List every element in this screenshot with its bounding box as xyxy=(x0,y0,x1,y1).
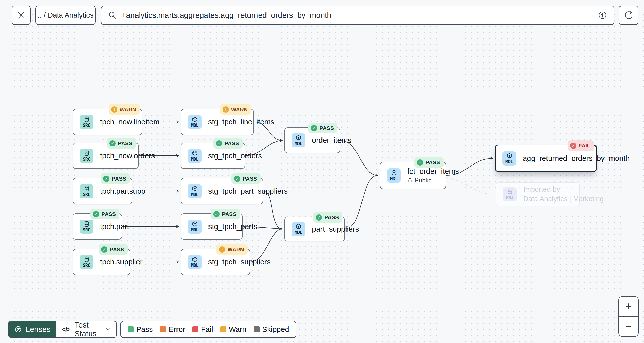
status-badge: ✓ PASS xyxy=(414,157,444,168)
search-input[interactable] xyxy=(122,6,593,24)
status-badge: ✓ PASS xyxy=(313,212,342,223)
node-label: tpch.supplier xyxy=(100,258,142,266)
node-tpch-partsupp[interactable]: ✓ PASS SRC tpch.partsupp xyxy=(73,178,132,204)
refresh-button[interactable] xyxy=(619,6,638,25)
model-tile: MDL xyxy=(502,151,516,166)
node-stg-tpch-part-suppliers[interactable]: ✓ PASS MDL stg_tpch_part_suppliers xyxy=(181,178,263,204)
node-label: stg_tpch_parts xyxy=(208,222,257,231)
breadcrumb-label: .. / Data Analytics xyxy=(38,11,93,19)
status-badge: ✓ PASS xyxy=(308,123,337,133)
model-tile: MDL xyxy=(188,255,202,269)
node-label: stg_tpch_suppliers xyxy=(208,258,271,266)
error-swatch xyxy=(160,326,166,332)
model-tile: MDL xyxy=(188,220,202,234)
database-icon xyxy=(84,221,90,227)
node-label: order_items xyxy=(312,136,351,145)
check-icon: ✓ xyxy=(417,159,423,166)
cube-icon xyxy=(192,185,198,192)
lens-current[interactable]: </> Test Status xyxy=(56,321,116,337)
status-badge: ✓ PASS xyxy=(231,173,261,184)
node-imported-by-project[interactable]: PRJ Imported by Data Analytics | Marketi… xyxy=(496,182,580,206)
cube-icon xyxy=(295,135,302,141)
unlock-icon xyxy=(407,178,413,183)
node-label: agg_returned_orders_by_month xyxy=(523,154,630,163)
node-stg-tpch-orders[interactable]: ✓ PASS MDL stg_tpch_orders xyxy=(181,143,245,169)
close-icon xyxy=(17,11,25,19)
model-tile: MDL xyxy=(292,133,305,147)
cube-icon xyxy=(192,150,198,156)
zoom-in-button[interactable]: + xyxy=(619,297,638,316)
status-badge: ✓ PASS xyxy=(211,209,240,219)
model-tile: MDL xyxy=(188,149,202,163)
source-tile: SRC xyxy=(80,220,93,234)
status-badge: ✓ PASS xyxy=(90,209,119,219)
node-label: tpch_now.orders xyxy=(100,152,155,160)
database-icon xyxy=(84,185,90,192)
node-label: stg_tpch_part_suppliers xyxy=(208,187,288,196)
node-tpch-now-orders[interactable]: ✓ PASS SRC tpch_now.orders xyxy=(73,143,139,169)
legend-item-skipped: Skipped xyxy=(254,325,289,334)
archive-box-icon xyxy=(507,189,513,195)
node-stg-tpch-parts[interactable]: ✓ PASS MDL stg_tpch_parts xyxy=(181,213,243,240)
check-icon: ✓ xyxy=(101,246,107,253)
status-badge: ✓ PASS xyxy=(213,138,243,149)
node-tpch-part[interactable]: ✓ PASS SRC tpch.part xyxy=(73,213,122,240)
node-label: fct_order_items xyxy=(407,167,459,176)
warn-icon: ! xyxy=(219,246,225,253)
zoom-out-button[interactable]: − xyxy=(619,317,638,336)
node-label: stg_tpch_line_items xyxy=(208,118,274,126)
search-icon xyxy=(108,11,117,20)
source-tile: SRC xyxy=(80,149,93,163)
cube-icon xyxy=(391,170,397,176)
info-icon[interactable] xyxy=(598,11,607,20)
check-icon: ✓ xyxy=(311,125,317,131)
edge xyxy=(345,175,378,229)
legend-item-pass: Pass xyxy=(128,325,153,334)
aperture-icon xyxy=(14,325,22,334)
node-stg-tpch-line-items[interactable]: ! WARN MDL stg_tpch_line_items xyxy=(181,109,254,135)
project-name: Data Analytics | Marketing xyxy=(523,195,604,203)
fail-icon: ✕ xyxy=(570,143,576,149)
skipped-swatch xyxy=(254,326,260,332)
status-badge: ✓ PASS xyxy=(107,138,136,149)
chevron-down-icon xyxy=(106,328,110,331)
model-tile: MDL xyxy=(188,115,202,129)
legend-item-fail: Fail xyxy=(192,325,213,334)
node-part-suppliers[interactable]: ✓ PASS MDL part_suppliers xyxy=(284,217,345,241)
cube-icon xyxy=(192,221,198,227)
source-tile: SRC xyxy=(80,255,93,269)
node-label: tpch_now.lineitem xyxy=(100,118,160,126)
model-tile: MDL xyxy=(188,184,202,198)
check-icon: ✓ xyxy=(234,176,240,182)
node-stg-tpch-suppliers[interactable]: ! WARN MDL stg_tpch_suppliers xyxy=(181,249,250,275)
check-icon: ✓ xyxy=(316,214,322,221)
close-button[interactable] xyxy=(12,6,31,25)
source-tile: SRC xyxy=(80,184,93,198)
cube-icon xyxy=(506,153,512,159)
fail-swatch xyxy=(192,326,198,332)
node-tpch-now-lineitem[interactable]: ! WARN SRC tpch_now.lineitem xyxy=(73,109,142,135)
test-status-legend: Pass Error Fail Warn Skipped xyxy=(120,321,296,338)
search-bar[interactable] xyxy=(101,6,614,25)
zoom-controls: + − xyxy=(618,296,639,337)
source-tile: SRC xyxy=(80,115,93,129)
model-tile: MDL xyxy=(292,222,305,236)
database-icon xyxy=(84,116,90,122)
node-label: tpch.partsupp xyxy=(100,187,146,196)
check-icon: ✓ xyxy=(213,211,220,217)
lens-selector[interactable]: Lenses </> Test Status xyxy=(8,321,117,338)
lenses-button[interactable]: Lenses xyxy=(9,321,56,337)
node-order-items[interactable]: ✓ PASS MDL order_items xyxy=(284,127,340,153)
cube-icon xyxy=(192,116,198,122)
breadcrumb[interactable]: .. / Data Analytics xyxy=(35,6,96,25)
node-agg-returned-orders-by-month[interactable]: ✕ FAIL MDL agg_returned_orders_by_month xyxy=(495,145,597,172)
access-tag: Public xyxy=(407,177,459,184)
warn-swatch xyxy=(220,326,226,332)
project-tile: PRJ xyxy=(503,187,517,201)
node-label: part_suppliers xyxy=(312,225,359,233)
database-icon xyxy=(84,256,90,262)
lens-name: Test Status xyxy=(75,321,102,338)
status-badge: ✓ PASS xyxy=(101,173,130,184)
node-fct-order-items[interactable]: ✓ PASS MDL fct_order_items Public xyxy=(380,162,446,189)
node-tpch-supplier[interactable]: ✓ PASS SRC tpch.supplier xyxy=(73,249,130,275)
